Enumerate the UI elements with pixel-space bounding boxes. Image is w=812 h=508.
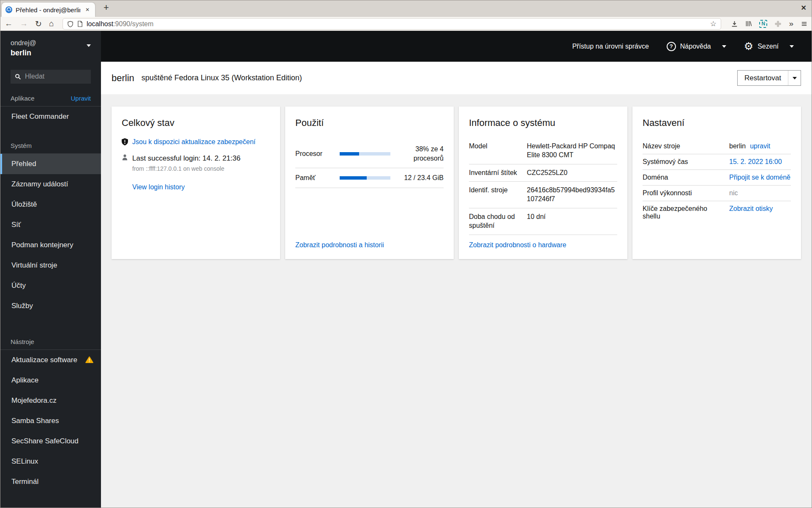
system-state-text: spuštěné Fedora Linux 35 (Workstation Ed… — [142, 74, 302, 82]
health-card: Celkový stav Jsou k dispozici aktualizac… — [112, 107, 280, 259]
masthead: Přístup na úrovni správce ? Nápověda ⚙ S… — [101, 31, 812, 62]
system-info-card: Informace o systému Model Hewlett-Packar… — [459, 107, 627, 259]
sidebar-item-ucty[interactable]: Účty — [0, 276, 101, 296]
system-time-row: Systémový čas 15. 2. 2022 16:00 — [643, 154, 791, 170]
restart-button[interactable]: Restartovat — [738, 71, 788, 85]
asset-tag-row: Inventární štítek CZC2525LZ0 — [469, 164, 617, 182]
sidebar-item-label: Podman kontejnery — [11, 241, 73, 249]
sidebar-item-samba-shares[interactable]: Samba Shares — [0, 411, 101, 431]
sidebar-item-aktualizace-software[interactable]: Aktualizace software — [0, 350, 101, 370]
bookmark-star-icon[interactable]: ☆ — [710, 19, 717, 28]
restart-dropdown-toggle[interactable] — [788, 71, 801, 85]
browser-titlebar: Přehled - ondrej@berlin ✕ + ✕ — [0, 0, 812, 17]
show-fingerprints-link[interactable]: Zobrazit otisky — [729, 205, 773, 213]
tab-title: Přehled - ondrej@berlin — [16, 6, 80, 14]
edit-apps-link[interactable]: Upravit — [71, 95, 91, 102]
sidebar-item-uloziste[interactable]: Úložiště — [0, 194, 101, 215]
sidebar-item-zaznamy-udalosti[interactable]: Záznamy událostí — [0, 174, 101, 194]
home-button[interactable]: ⌂ — [49, 19, 54, 28]
sidebar-item-virtualni-stroje[interactable]: Virtuální stroje — [0, 255, 101, 276]
usage-details-link[interactable]: Zobrazit podrobnosti a historii — [295, 241, 444, 249]
extension-badge-icon[interactable]: N — [759, 20, 767, 28]
sidebar-section-system: Systém Přehled Záznamy událostí Úložiště… — [0, 142, 101, 316]
model-row: Model Hewlett-Packard HP Compaq Elite 83… — [469, 138, 617, 164]
forward-button[interactable]: → — [20, 19, 28, 28]
card-title: Celkový stav — [122, 117, 270, 128]
restart-split-button[interactable]: Restartovat — [737, 70, 801, 86]
section-label: Nástroje — [11, 338, 34, 345]
library-icon[interactable] — [745, 20, 752, 27]
help-circle-icon: ? — [667, 42, 676, 51]
sidebar-item-terminal[interactable]: Terminál — [0, 472, 101, 492]
url-bar[interactable]: localhost:9090/system ☆ — [63, 18, 721, 30]
performance-profile-value: nic — [729, 189, 738, 197]
cpu-progress-bar — [340, 152, 390, 156]
tab-close-icon[interactable]: ✕ — [84, 6, 91, 14]
system-time-link[interactable]: 15. 2. 2022 16:00 — [729, 158, 782, 166]
cockpit-favicon-icon — [5, 6, 12, 13]
memory-label: Paměť — [295, 174, 340, 182]
sidebar-item-fleet-commander[interactable]: Fleet Commander — [0, 107, 101, 127]
sidebar-item-label: Síť — [11, 221, 21, 229]
cpu-usage-row: Procesor 38% ze 4 procesorů — [295, 139, 444, 168]
section-label: Aplikace — [11, 95, 35, 102]
sidebar-item-selinux[interactable]: SELinux — [0, 451, 101, 472]
configuration-card: Nastavení Název stroje berlin upravit Sy… — [632, 107, 801, 259]
chevron-down-icon — [793, 77, 797, 79]
help-menu[interactable]: ? Nápověda — [667, 42, 726, 51]
browser-tab[interactable]: Přehled - ondrej@berlin ✕ — [2, 3, 95, 17]
memory-progress-bar — [340, 176, 390, 180]
page-title: berlin — [112, 73, 134, 84]
sidebar-item-label: SecShare SafeCloud — [11, 437, 79, 445]
security-updates-link[interactable]: Jsou k dispozici aktualizace zabezpečení — [132, 138, 256, 147]
sidebar-item-label: SELinux — [11, 457, 38, 466]
host-user: ondrej@ — [11, 38, 91, 48]
reload-button[interactable]: ↻ — [35, 19, 42, 29]
browser-toolbar: ← → ↻ ⌂ localhost:9090/system ☆ — [0, 17, 812, 31]
sidebar-item-prehled[interactable]: Přehled — [0, 154, 101, 174]
sidebar-item-label: Aktualizace software — [11, 356, 77, 364]
host-selector[interactable]: ondrej@ berlin — [0, 31, 101, 58]
search-input[interactable] — [25, 73, 76, 80]
gear-icon: ⚙ — [744, 41, 753, 52]
sidebar-item-label: Fleet Commander — [11, 112, 69, 121]
sidebar-item-aplikace[interactable]: Aplikace — [0, 370, 101, 391]
sidebar-search[interactable] — [11, 70, 91, 84]
session-label: Sezení — [758, 43, 779, 50]
hostname-row: Název stroje berlin upravit — [643, 139, 791, 154]
login-history-link[interactable]: View login history — [132, 183, 270, 191]
edit-hostname-link[interactable]: upravit — [750, 142, 770, 150]
sidebar-item-secshare-safecloud[interactable]: SecShare SafeCloud — [0, 431, 101, 451]
uptime-row: Doba chodu od spuštění 10 dní — [469, 208, 617, 235]
last-login-text: Last successful login: 14. 2. 21:36 — [132, 154, 240, 163]
sidebar-item-sluzby[interactable]: Služby — [0, 296, 101, 316]
page-info-icon[interactable] — [77, 21, 83, 27]
sidebar-item-label: Úložiště — [11, 200, 37, 209]
session-menu[interactable]: ⚙ Sezení — [744, 41, 794, 52]
back-button[interactable]: ← — [5, 19, 13, 28]
hardware-details-link[interactable]: Zobrazit podrobnosti o hardware — [469, 241, 617, 249]
join-domain-link[interactable]: Připojit se k doméně — [729, 174, 790, 181]
overflow-chevrons-icon[interactable]: » — [789, 19, 793, 28]
chevron-down-icon — [722, 45, 726, 48]
section-label: Systém — [11, 142, 32, 149]
sidebar-item-mojefedora[interactable]: Mojefedora.cz — [0, 391, 101, 411]
sidebar-item-label: Aplikace — [11, 376, 38, 385]
sidebar-item-podman-kontejnery[interactable]: Podman kontejnery — [0, 235, 101, 255]
sidebar-section-nastroje: Nástroje Aktualizace software Aplikace M… — [0, 338, 101, 492]
admin-access-button[interactable]: Přístup na úrovni správce — [572, 43, 649, 50]
card-title: Použití — [295, 117, 444, 128]
new-tab-button[interactable]: + — [101, 2, 112, 13]
sidebar-item-sit[interactable]: Síť — [0, 215, 101, 235]
card-title: Nastavení — [643, 117, 791, 128]
menu-hamburger-icon[interactable] — [801, 21, 808, 27]
extensions-puzzle-icon[interactable] — [774, 20, 782, 27]
sidebar-section-aplikace: Aplikace Upravit Fleet Commander — [0, 95, 101, 127]
browser-window: Přehled - ondrej@berlin ✕ + ✕ ← → ↻ ⌂ — [0, 0, 812, 508]
tracking-shield-icon[interactable] — [67, 21, 74, 27]
sidebar-item-label: Účty — [11, 281, 26, 290]
downloads-icon[interactable] — [731, 20, 738, 27]
shield-exclamation-icon — [122, 138, 128, 145]
url-text: localhost:9090/system — [87, 20, 706, 28]
window-close-button[interactable]: ✕ — [801, 4, 807, 12]
